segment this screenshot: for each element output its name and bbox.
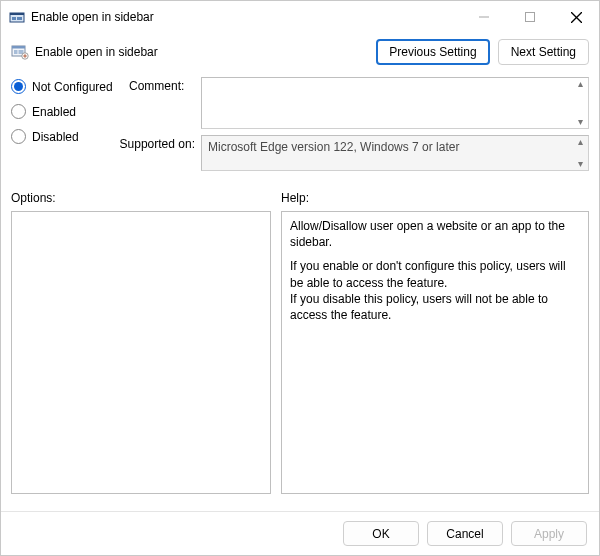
close-button[interactable] (553, 1, 599, 33)
comment-row: Comment: ▴ ▾ (129, 77, 589, 129)
radio-not-configured[interactable]: Not Configured (11, 79, 129, 94)
apply-button[interactable]: Apply (511, 521, 587, 546)
minimize-button[interactable] (461, 1, 507, 33)
scroll-down-icon[interactable]: ▾ (574, 117, 586, 127)
options-label: Options: (11, 191, 271, 205)
help-panel: Allow/Disallow user open a website or an… (281, 211, 589, 494)
radio-label: Disabled (32, 130, 79, 144)
svg-rect-9 (12, 46, 25, 49)
footer: OK Cancel Apply (1, 511, 599, 555)
comment-label: Comment: (129, 77, 201, 93)
supported-row: Supported on: Microsoft Edge version 122… (129, 135, 589, 171)
previous-setting-button[interactable]: Previous Setting (376, 39, 489, 65)
supported-label: Supported on: (111, 135, 201, 151)
next-setting-button[interactable]: Next Setting (498, 39, 589, 65)
svg-rect-1 (10, 13, 24, 15)
policy-icon (11, 44, 29, 60)
radio-label: Not Configured (32, 80, 113, 94)
subheader: Enable open in sidebar Previous Setting … (1, 33, 599, 75)
supported-on-value: Microsoft Edge version 122, Windows 7 or… (208, 140, 459, 154)
cancel-button[interactable]: Cancel (427, 521, 503, 546)
panels-labels: Options: Help: (1, 177, 599, 209)
svg-rect-2 (12, 17, 16, 20)
help-text-line: If you enable or don't configure this po… (290, 258, 580, 290)
radio-indicator (11, 79, 26, 94)
radio-indicator (11, 129, 26, 144)
titlebar: Enable open in sidebar (1, 1, 599, 33)
help-text-line: Allow/Disallow user open a website or an… (290, 218, 580, 250)
help-label: Help: (281, 191, 309, 205)
svg-rect-3 (17, 17, 22, 20)
supported-on-box: Microsoft Edge version 122, Windows 7 or… (201, 135, 589, 171)
scroll-down-icon[interactable]: ▾ (574, 159, 586, 169)
help-text-line: If you disable this policy, users will n… (290, 291, 580, 323)
svg-rect-10 (14, 50, 18, 54)
config-row: Not Configured Enabled Disabled Comment:… (1, 75, 599, 177)
options-panel (11, 211, 271, 494)
app-icon (9, 9, 25, 25)
radio-indicator (11, 104, 26, 119)
panels: Allow/Disallow user open a website or an… (1, 209, 599, 494)
maximize-button[interactable] (507, 1, 553, 33)
policy-title: Enable open in sidebar (35, 45, 158, 59)
radio-label: Enabled (32, 105, 76, 119)
radio-enabled[interactable]: Enabled (11, 104, 129, 119)
state-radio-group: Not Configured Enabled Disabled (11, 77, 129, 144)
ok-button[interactable]: OK (343, 521, 419, 546)
fields-column: Comment: ▴ ▾ Supported on: Microsoft Edg… (129, 77, 589, 177)
window-title: Enable open in sidebar (31, 10, 154, 24)
scroll-up-icon[interactable]: ▴ (574, 79, 586, 89)
comment-input[interactable]: ▴ ▾ (201, 77, 589, 129)
scroll-up-icon[interactable]: ▴ (574, 137, 586, 147)
svg-rect-5 (526, 13, 535, 22)
